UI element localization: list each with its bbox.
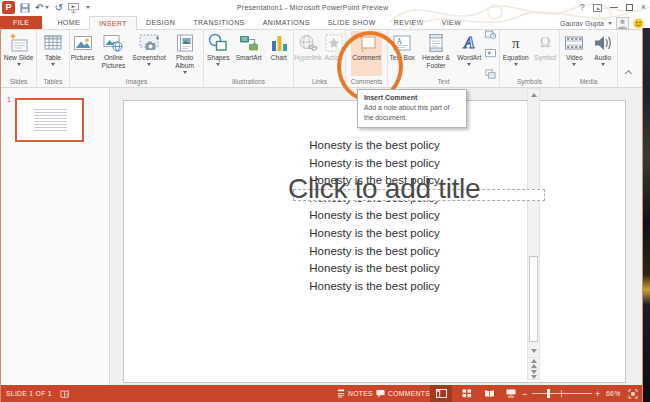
save-button[interactable] [20,1,30,14]
titlebar: P ↶ ↺ Presentation1 - Microsoft PowerPoi… [0,0,650,16]
button-label: Video [566,54,583,62]
next-slide-button[interactable] [528,368,539,379]
wordart-icon: A [464,32,475,54]
video-button[interactable]: Video [562,31,586,76]
tab-transitions[interactable]: TRANSITIONS [184,16,253,29]
hyperlink-button: Hyperlink [294,31,322,76]
start-slideshow-icon [68,3,79,13]
slide-sorter-view-button[interactable] [456,385,478,402]
new-slide-button[interactable]: New Slide [3,31,35,76]
photo-album-icon [174,32,196,54]
slide-body-text[interactable]: Honesty is the best policyHonesty is the… [124,137,625,295]
online-pictures-button[interactable]: Online Pictures [95,31,132,76]
equation-button[interactable]: πEquation [502,31,530,76]
slide-title-prompt[interactable]: Click to add title [288,173,480,205]
smartart-icon [238,32,260,54]
tab-home[interactable]: HOME [48,16,89,29]
maximize-button[interactable] [626,2,633,13]
start-slideshow-button[interactable] [68,1,79,14]
table-button[interactable]: Table [41,31,65,76]
group-label: Symbols [500,78,559,85]
svg-text:#: # [488,50,491,56]
slide-canvas[interactable]: Honesty is the best policyHonesty is the… [123,100,626,383]
group-label: Links [294,78,345,85]
tooltip-body: Add a note about this part of the docume… [364,103,460,122]
comments-toggle[interactable]: COMMENTS [376,385,430,402]
tab-slide-show[interactable]: SLIDE SHOW [319,16,385,29]
button-label: Photo Album [167,54,202,70]
close-button[interactable]: × [641,2,646,13]
tab-file[interactable]: FILE [0,16,42,29]
button-label: Equation [503,54,529,62]
slide-number-icon[interactable]: # [485,45,496,63]
insert-object-button-stack[interactable]: # [483,31,498,76]
tooltip-title: Insert Comment [364,94,460,101]
redo-icon: ↺ [54,2,62,14]
button-label: WordArt [457,54,481,62]
scroll-down-button[interactable] [528,345,539,357]
tab-insert[interactable]: INSERT [89,16,137,30]
shapes-button[interactable]: Shapes [206,31,230,76]
ribbon-group-symbols: πEquationΩSymbolSymbols [500,30,560,87]
tab-animations[interactable]: ANIMATIONS [254,16,319,29]
thumbnail-number: 1 [7,96,11,103]
zoom-out-button[interactable]: − [522,385,528,402]
undo-icon: ↶ [35,2,43,14]
equation-icon: π [512,32,520,54]
spellcheck-button[interactable] [60,385,70,402]
help-button[interactable]: ? [580,2,585,13]
tab-design[interactable]: DESIGN [137,16,184,29]
button-label: Chart [271,54,287,62]
dropdown-caret-icon [51,63,55,66]
collapse-ribbon-icon[interactable] [626,70,633,75]
fit-slide-to-window-button[interactable] [624,385,642,402]
notes-toggle[interactable]: NOTES [337,385,373,402]
button-label: Hyperlink [294,54,321,62]
vertical-scrollbar[interactable] [527,88,540,380]
ribbon: New SlideSlidesTableTablesPicturesOnline… [0,30,643,88]
minimize-button[interactable] [610,2,618,13]
zoom-slider-track[interactable] [532,393,592,394]
reading-view-button[interactable] [478,385,500,402]
pictures-button[interactable]: Pictures [70,31,95,76]
chart-icon [268,32,290,54]
scroll-up-button[interactable] [528,89,539,101]
zoom-in-button[interactable]: + [595,385,601,402]
button-label: Pictures [71,54,95,62]
normal-view-button[interactable] [430,385,452,402]
wordart-button[interactable]: AWordArt [456,31,482,76]
header-footer-button[interactable]: Header & Footer [417,31,455,76]
zoom-percent[interactable]: 66% [606,385,621,402]
button-label: Header & Footer [418,54,454,70]
powerpoint-logo-icon[interactable]: P [2,1,15,14]
audio-icon [592,32,614,54]
group-label: Slides [1,78,36,85]
slide-body-line: Honesty is the best policy [124,260,625,278]
redo-button[interactable]: ↺ [54,1,62,14]
ribbon-display-options-icon[interactable] [593,4,602,12]
symbol-icon: Ω [540,32,550,54]
dropdown-caret-icon [183,71,187,74]
customize-qat-caret-icon[interactable] [86,6,90,9]
scrollbar-thumb[interactable] [529,256,538,342]
comments-icon [376,389,385,398]
group-label: Images [70,78,203,85]
symbol-button: ΩSymbol [533,31,557,76]
smartart-button[interactable]: SmartArt [235,31,263,76]
powerpoint-window: P ↶ ↺ Presentation1 - Microsoft PowerPoi… [0,0,650,402]
slideshow-view-button[interactable] [500,385,522,402]
scrollbar-track[interactable] [528,101,539,345]
slide-thumbnail[interactable] [15,98,84,142]
zoom-slider-thumb[interactable] [547,389,550,398]
screenshot-button[interactable]: Screenshot [132,31,166,76]
previous-slide-button[interactable] [528,357,539,368]
ribbon-group-slides: New SlideSlides [1,30,37,87]
undo-button[interactable]: ↶ [35,1,49,14]
audio-button[interactable]: Audio [591,31,615,76]
slide-thumbnail-panel[interactable]: 1 [0,88,110,385]
photo-album-button[interactable]: Photo Album [166,31,203,76]
pictures-icon [72,32,94,54]
chart-button[interactable]: Chart [267,31,291,76]
button-label: Shapes [207,54,229,62]
group-label: Tables [37,78,69,85]
